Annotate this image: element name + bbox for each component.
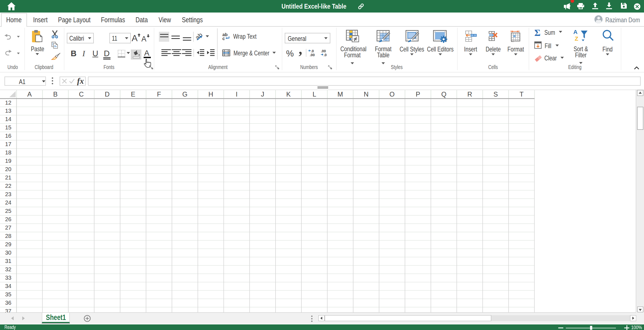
svg-text:.0: .0 [311,49,314,53]
svg-text:16: 16 [5,132,11,139]
svg-text:36: 36 [5,299,11,306]
svg-text:K: K [286,90,291,98]
svg-text:32: 32 [5,266,11,272]
svg-text:S: S [493,90,498,98]
svg-text:T: T [520,90,524,98]
svg-text:35: 35 [5,291,11,297]
svg-text:12: 12 [5,99,11,106]
svg-text:23: 23 [5,191,11,197]
svg-text:G: G [182,90,188,98]
svg-text:26: 26 [5,216,11,222]
svg-text:O: O [389,90,395,98]
svg-text:Z: Z [575,35,578,42]
svg-text:D: D [105,90,110,98]
svg-text:15: 15 [5,124,11,130]
svg-text:I: I [236,90,238,98]
svg-text:C: C [79,90,83,98]
svg-text:A: A [27,90,32,98]
svg-text:F: F [157,90,161,98]
svg-text:18: 18 [5,149,11,156]
svg-text:25: 25 [5,208,11,214]
svg-text:H: H [208,90,213,98]
svg-text:28: 28 [5,233,11,239]
svg-text:.00: .00 [321,49,326,53]
svg-text:29: 29 [5,241,11,247]
svg-text:E: E [131,90,135,98]
svg-text:Q: Q [441,90,446,98]
svg-text:14: 14 [5,116,11,122]
svg-text:19: 19 [5,157,11,164]
svg-text:24: 24 [5,199,11,206]
svg-text:P: P [416,90,420,98]
svg-text:37: 37 [5,308,11,313]
svg-text:.0: .0 [324,53,327,56]
svg-text:N: N [364,90,368,98]
svg-text:J: J [261,90,264,98]
svg-text:27: 27 [5,224,11,231]
svg-text:13: 13 [5,107,11,114]
svg-text:A: A [573,29,577,35]
svg-text:33: 33 [5,274,11,281]
svg-text:L: L [313,90,316,98]
svg-text:21: 21 [5,174,11,181]
svg-text:.00: .00 [310,53,315,56]
svg-text:22: 22 [5,183,11,189]
svg-text:B: B [53,90,58,98]
svg-text:30: 30 [5,249,11,256]
svg-text:c: c [222,36,225,40]
svg-text:M: M [338,90,343,98]
svg-text:R: R [467,90,472,98]
svg-text:20: 20 [5,166,11,172]
svg-text:17: 17 [5,141,11,147]
svg-text:31: 31 [5,258,11,264]
svg-text:34: 34 [5,283,11,289]
